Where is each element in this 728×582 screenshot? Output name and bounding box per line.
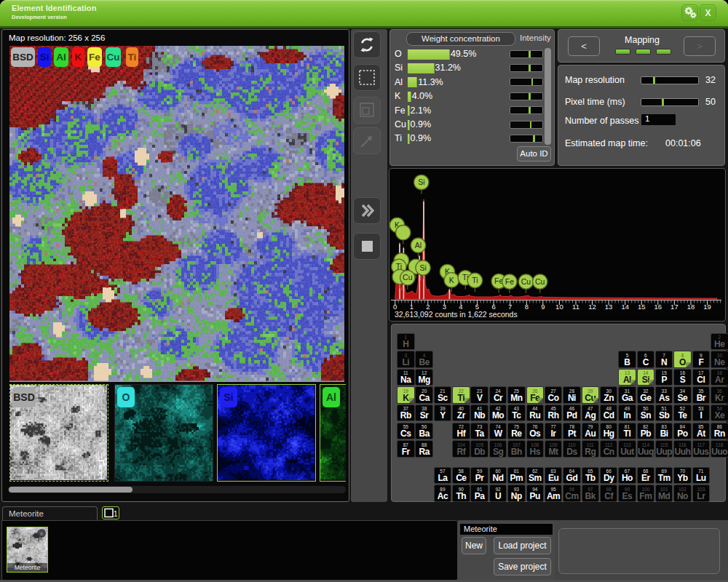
svg-text:9: 9 — [541, 303, 545, 311]
svg-text:Cu: Cu — [403, 273, 413, 282]
svg-text:18: 18 — [687, 303, 695, 311]
svg-text:Ti: Ti — [472, 276, 478, 284]
svg-text:Cu: Cu — [521, 277, 531, 286]
svg-text:11: 11 — [572, 303, 579, 311]
svg-text:14: 14 — [621, 303, 629, 311]
svg-text:x: x — [40, 531, 43, 536]
svg-text:8: 8 — [525, 303, 529, 311]
svg-text:10: 10 — [555, 303, 563, 311]
svg-text:Si: Si — [418, 178, 424, 186]
svg-text:Fe: Fe — [505, 277, 514, 286]
svg-text:15: 15 — [638, 303, 646, 311]
svg-text:16: 16 — [654, 303, 662, 311]
svg-text:Al: Al — [415, 241, 422, 250]
svg-text:19: 19 — [703, 303, 711, 311]
svg-text:13: 13 — [605, 303, 613, 311]
svg-text:12: 12 — [588, 303, 596, 311]
svg-text:1: 1 — [114, 510, 118, 518]
svg-text:Si: Si — [419, 263, 426, 272]
svg-text:K: K — [449, 276, 454, 284]
svg-text:17: 17 — [670, 303, 678, 311]
svg-text:Cu: Cu — [535, 277, 545, 286]
